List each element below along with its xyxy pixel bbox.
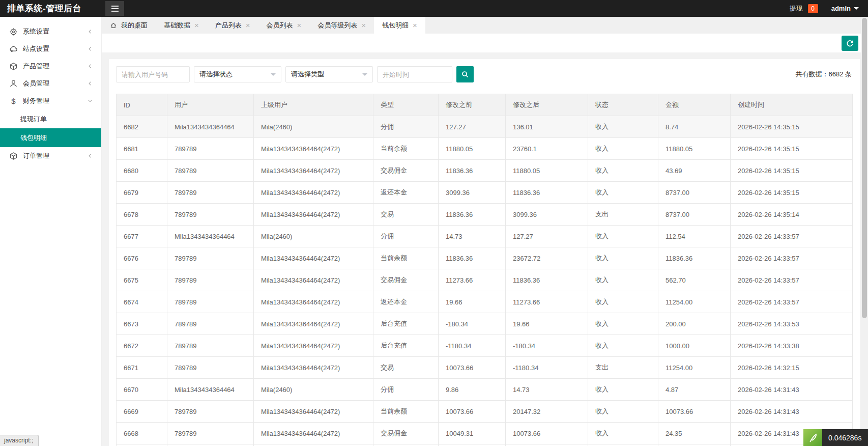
- tab-close-icon[interactable]: ×: [194, 21, 199, 29]
- table-row: 6677Mila1343434364464Mila(2460)分佣14.7312…: [117, 226, 853, 247]
- tab-close-icon[interactable]: ×: [297, 21, 302, 29]
- search-button[interactable]: [456, 66, 474, 82]
- app-title: 排单系统-管理后台: [0, 3, 102, 14]
- withdraw-count-badge[interactable]: 0: [808, 4, 818, 13]
- type-select[interactable]: 请选择类型: [285, 66, 373, 82]
- cell: 6682: [117, 116, 167, 138]
- refresh-button[interactable]: [842, 36, 858, 51]
- sidebar-item-2[interactable]: 产品管理: [0, 58, 101, 75]
- cell: -180.34: [439, 313, 506, 335]
- search-icon: [461, 70, 469, 78]
- table-header: ID用户上级用户类型修改之前修改之后状态金额创建时间: [117, 94, 853, 116]
- tab-1[interactable]: 基础数据×: [156, 17, 207, 34]
- column-header-4: 修改之前: [439, 94, 506, 116]
- filter-row: 请选择状态 请选择类型 共有数据：6682 条: [116, 66, 853, 82]
- cell: 11836.36: [439, 160, 506, 182]
- status-select[interactable]: 请选择状态: [194, 66, 281, 82]
- cell: Mila1343434364464: [167, 116, 254, 138]
- cell: Mila1343434364464(2472): [254, 269, 373, 291]
- cell: Mila1343434364464: [167, 226, 254, 247]
- tab-label: 会员列表: [267, 21, 293, 30]
- sidebar-item-label: 站点设置: [23, 44, 49, 53]
- home-icon: [110, 22, 117, 29]
- sidebar-subitem-4-1[interactable]: 钱包明细: [0, 128, 101, 147]
- cell: 127.27: [506, 226, 588, 247]
- wallet-table: ID用户上级用户类型修改之前修改之后状态金额创建时间 6682Mila13434…: [116, 94, 853, 446]
- cell: 10049.31: [439, 423, 506, 444]
- cell: 11273.66: [506, 291, 588, 313]
- cell: 8.74: [658, 116, 731, 138]
- cell: 分佣: [373, 226, 439, 247]
- column-header-6: 状态: [588, 94, 658, 116]
- scrollbar-thumb[interactable]: [862, 18, 867, 318]
- sidebar-item-1[interactable]: 站点设置: [0, 40, 101, 58]
- user-menu[interactable]: admin: [831, 5, 859, 12]
- cell: 6676: [117, 247, 167, 269]
- tab-label: 我的桌面: [121, 21, 148, 30]
- column-header-0: ID: [117, 94, 167, 116]
- cell: 11880.05: [439, 138, 506, 160]
- cell: 6678: [117, 204, 167, 226]
- cell: 10073.66: [506, 423, 588, 444]
- site-icon: [9, 45, 18, 53]
- cell: 后台充值: [373, 335, 439, 357]
- cell: 789789: [167, 247, 254, 269]
- withdraw-link[interactable]: 提现: [790, 4, 803, 13]
- tab-2[interactable]: 产品列表×: [207, 17, 258, 34]
- performance-badge[interactable]: 0.046286s: [803, 429, 868, 446]
- cell: 8737.00: [658, 182, 731, 204]
- table-row: 6678789789Mila1343434364464(2472)交易11836…: [117, 204, 853, 226]
- topbar-right: 提现 0 admin: [790, 4, 868, 13]
- tab-0[interactable]: 我的桌面: [102, 17, 156, 34]
- tab-close-icon[interactable]: ×: [413, 21, 417, 29]
- start-time-input[interactable]: [377, 66, 452, 82]
- cell: Mila1343434364464(2472): [254, 313, 373, 335]
- tab-bar: 我的桌面基础数据×产品列表×会员列表×会员等级列表×钱包明细×: [102, 17, 868, 34]
- cell: 6675: [117, 269, 167, 291]
- sidebar-toggle-button[interactable]: [105, 1, 124, 16]
- cell: 2026-02-26 14:35:15: [731, 138, 853, 160]
- tab-close-icon[interactable]: ×: [361, 21, 366, 29]
- sidebar-subitem-4-0[interactable]: 提现订单: [0, 109, 101, 128]
- cell: 当前余额: [373, 138, 439, 160]
- toolbar: [102, 34, 868, 52]
- sidebar-item-0[interactable]: 系统设置: [0, 23, 101, 40]
- cell: 6670: [117, 379, 167, 401]
- cell: -1180.34: [439, 335, 506, 357]
- sidebar-item-3[interactable]: 会员管理: [0, 75, 101, 92]
- column-header-8: 创建时间: [731, 94, 853, 116]
- cell: 43.69: [658, 160, 731, 182]
- sidebar-item-5[interactable]: 订单管理: [0, 147, 101, 164]
- tab-5[interactable]: 钱包明细×: [374, 17, 425, 34]
- cell: 6674: [117, 291, 167, 313]
- finance-icon: $: [9, 97, 18, 105]
- table-row: 6681789789Mila1343434364464(2472)当前余额118…: [117, 138, 853, 160]
- tab-label: 钱包明细: [382, 21, 409, 30]
- user-number-input[interactable]: [116, 66, 190, 82]
- cell: 返还本金: [373, 291, 439, 313]
- tab-close-icon[interactable]: ×: [246, 21, 250, 29]
- cell: 6667: [117, 444, 167, 446]
- cell: 11836.36: [439, 204, 506, 226]
- vertical-scrollbar[interactable]: [861, 17, 868, 446]
- cell: Mila1343434364464(2472): [254, 401, 373, 423]
- cell: 6669: [117, 401, 167, 423]
- order-icon: [9, 152, 18, 160]
- thinkphp-leaf-icon[interactable]: [803, 429, 822, 446]
- cell: 收入: [588, 444, 658, 446]
- cell: 2026-02-26 14:33:53: [731, 313, 853, 335]
- cell: 2026-02-26 14:31:43: [731, 379, 853, 401]
- cell: 6677: [117, 226, 167, 247]
- cell: 10073.66: [439, 401, 506, 423]
- sidebar-subitem-label: 钱包明细: [20, 133, 47, 143]
- cell: 789789: [167, 335, 254, 357]
- tab-4[interactable]: 会员等级列表×: [309, 17, 374, 34]
- table-row: 6670Mila1343434364464Mila(2460)分佣9.8614.…: [117, 379, 853, 401]
- cell: 789789: [167, 357, 254, 379]
- cell: 收入: [588, 160, 658, 182]
- cell: Mila1343434364464(2472): [254, 357, 373, 379]
- chevron-down-icon: [87, 98, 93, 104]
- tab-3[interactable]: 会员列表×: [258, 17, 310, 34]
- sidebar-item-4[interactable]: $财务管理: [0, 92, 101, 109]
- table-row: 6668789789Mila1343434364464(2472)交易佣金100…: [117, 423, 853, 444]
